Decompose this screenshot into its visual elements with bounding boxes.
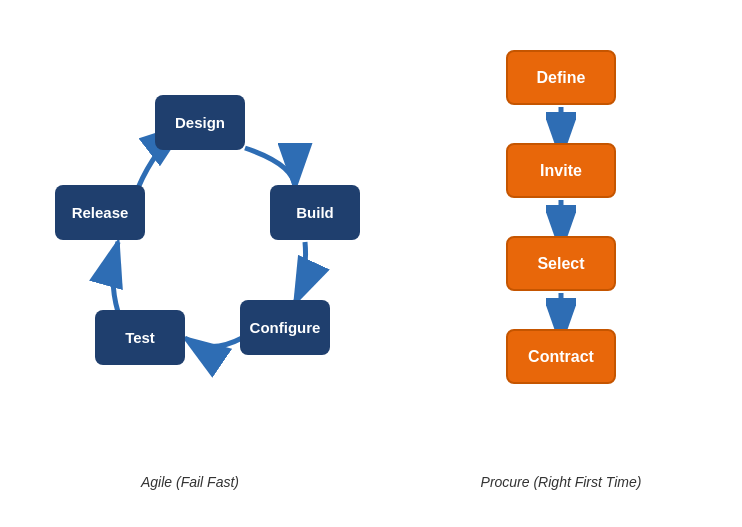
cycle-box-design: Design bbox=[155, 95, 245, 150]
procure-label-contract: Contract bbox=[528, 348, 594, 366]
cycle-label-configure: Configure bbox=[250, 319, 321, 336]
procure-flow: Define Invite bbox=[380, 20, 742, 384]
cycle-arrows-svg bbox=[0, 20, 380, 480]
procure-box-define: Define bbox=[506, 50, 616, 105]
cycle-box-configure: Configure bbox=[240, 300, 330, 355]
arrow-svg-3 bbox=[546, 291, 576, 329]
procure-label-invite: Invite bbox=[540, 162, 582, 180]
arrow-svg-2 bbox=[546, 198, 576, 236]
cycle-box-build: Build bbox=[270, 185, 360, 240]
cycle-label-release: Release bbox=[72, 204, 129, 221]
agile-label: Agile (Fail Fast) bbox=[141, 474, 239, 490]
cycle-label-design: Design bbox=[175, 114, 225, 131]
procure-arrow-3 bbox=[546, 291, 576, 329]
cycle-label-test: Test bbox=[125, 329, 155, 346]
procure-box-invite: Invite bbox=[506, 143, 616, 198]
procure-label-define: Define bbox=[537, 69, 586, 87]
procure-label-select: Select bbox=[537, 255, 584, 273]
procure-arrow-1 bbox=[546, 105, 576, 143]
cycle-box-test: Test bbox=[95, 310, 185, 365]
procure-label-text: Procure (Right First Time) bbox=[481, 474, 642, 490]
cycle-label-build: Build bbox=[296, 204, 334, 221]
agile-section: Design Build Configure Test Release Agil… bbox=[0, 20, 380, 500]
cycle-box-release: Release bbox=[55, 185, 145, 240]
procure-arrow-2 bbox=[546, 198, 576, 236]
main-container: Design Build Configure Test Release Agil… bbox=[0, 0, 742, 527]
arrow-svg-1 bbox=[546, 105, 576, 143]
procure-section: Define Invite bbox=[380, 20, 742, 500]
procure-box-select: Select bbox=[506, 236, 616, 291]
procure-box-contract: Contract bbox=[506, 329, 616, 384]
